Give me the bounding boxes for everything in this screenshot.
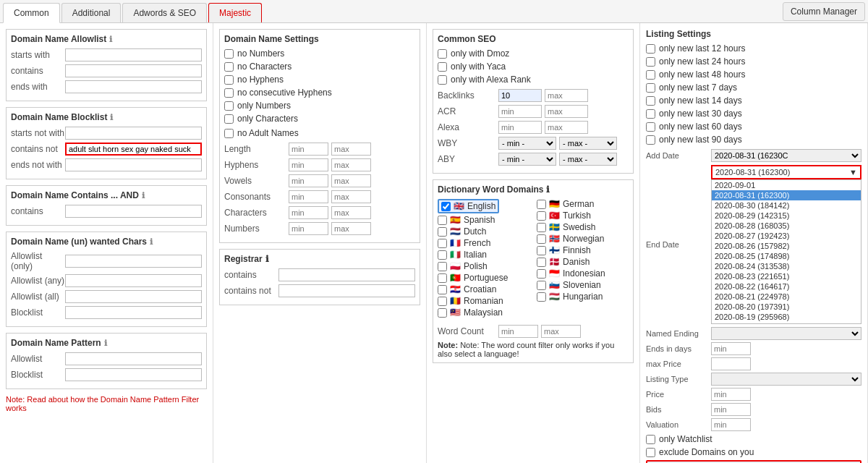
chars-min-input[interactable] [289,206,328,219]
wby-min-select[interactable]: - min - [498,137,556,150]
numbers-min-input[interactable] [289,222,328,235]
pattern-info-icon[interactable]: ℹ [104,339,107,348]
named-ending-select[interactable] [711,327,861,340]
new-7d-checkbox[interactable] [646,83,655,93]
end-date-option[interactable]: 2020-08-29 (142315) [712,211,861,221]
tab-common[interactable]: Common [3,3,60,23]
lang-swedish-checkbox[interactable] [537,223,546,232]
vowels-min-input[interactable] [289,174,328,187]
exclude-domains-checkbox[interactable] [646,448,655,457]
pattern-allowlist-input[interactable] [65,352,202,365]
no-hyphens-checkbox[interactable] [224,75,234,85]
only-watchlist-checkbox[interactable] [646,435,655,444]
new-24h-checkbox[interactable] [646,57,655,67]
lang-norwegian-checkbox[interactable] [537,234,546,244]
only-yaca-checkbox[interactable] [438,62,447,72]
lang-hungarian-checkbox[interactable] [537,292,546,302]
dictionary-info-icon[interactable]: ℹ [546,184,550,195]
new-12h-checkbox[interactable] [646,44,655,54]
max-price-input[interactable] [711,357,751,370]
lang-indonesian-checkbox[interactable] [537,269,546,279]
blocklist-info-icon[interactable]: ℹ [110,113,113,122]
backlinks-input[interactable] [498,89,542,102]
lang-spanish-checkbox[interactable] [438,216,447,225]
lang-malaysian-checkbox[interactable] [438,308,447,318]
aby-min-select[interactable]: - min - [498,153,556,166]
word-count-max-input[interactable] [541,325,581,338]
lang-croatian-checkbox[interactable] [438,285,447,294]
column-manager-button[interactable]: Column Manager [783,2,865,21]
hyphens-max-input[interactable] [331,158,371,171]
ends-not-with-input[interactable] [65,158,202,171]
lang-german-checkbox[interactable] [537,200,546,209]
only-characters-checkbox[interactable] [224,114,234,124]
new-60d-checkbox[interactable] [646,122,655,132]
unwanted-blocklist-input[interactable] [65,306,202,319]
lang-slovenian-checkbox[interactable] [537,281,546,290]
bids-input[interactable] [711,403,751,416]
registrar-contains-input[interactable] [278,268,415,281]
tab-majestic[interactable]: Majestic [208,3,262,22]
lang-english-checkbox[interactable] [441,202,451,211]
contains-input[interactable] [65,64,202,77]
valuation-input[interactable] [711,418,751,431]
end-date-option[interactable]: 2020-08-18 (193888) [712,322,861,324]
backlinks-max-input[interactable] [545,89,588,102]
tab-adwords-seo[interactable]: Adwords & SEO [122,3,207,22]
only-alexa-checkbox[interactable] [438,75,447,85]
end-date-option[interactable]: 2020-08-20 (197391) [712,302,861,312]
alexa-max-input[interactable] [545,121,588,134]
lang-turkish-checkbox[interactable] [537,211,546,221]
end-date-option[interactable]: 2020-08-23 (221651) [712,271,861,281]
end-date-option[interactable]: 2020-08-24 (313538) [712,261,861,271]
starts-with-input[interactable] [65,48,202,61]
price-input[interactable] [711,388,751,401]
no-characters-checkbox[interactable] [224,62,234,72]
end-date-selected[interactable]: 2020-08-31 (162300) ▼ [711,165,861,179]
tab-additional[interactable]: Additional [61,3,122,22]
registrar-contains-not-input[interactable] [278,284,415,297]
new-48h-checkbox[interactable] [646,70,655,80]
length-min-input[interactable] [289,143,328,156]
lang-polish-checkbox[interactable] [438,262,447,271]
no-adult-checkbox[interactable] [224,129,234,138]
no-numbers-checkbox[interactable] [224,49,234,59]
end-date-option[interactable]: 2020-08-26 (157982) [712,241,861,251]
lang-romanian-checkbox[interactable] [438,297,447,306]
hyphens-min-input[interactable] [289,158,328,171]
allowlist-only-input[interactable] [65,255,202,268]
ends-with-input[interactable] [65,80,202,93]
and-contains-input[interactable] [65,205,202,218]
contains-and-info-icon[interactable]: ℹ [142,191,145,200]
pattern-blocklist-input[interactable] [65,368,202,381]
end-date-option[interactable]: 2020-08-21 (224978) [712,292,861,302]
add-date-select[interactable]: 2020-08-31 (16230C [711,149,861,162]
lang-danish-checkbox[interactable] [537,258,546,267]
numbers-max-input[interactable] [331,222,371,235]
vowels-max-input[interactable] [331,174,371,187]
only-dmoz-checkbox[interactable] [438,49,447,59]
end-date-option[interactable]: 2020-08-30 (184142) [712,200,861,211]
chars-max-input[interactable] [331,206,371,219]
acr-min-input[interactable] [498,105,542,118]
allowlist-info-icon[interactable]: ℹ [109,35,112,44]
end-date-dropdown[interactable]: 2020-09-01 2020-08-31 (162300) 2020-08-3… [711,179,861,324]
end-date-option[interactable]: 2020-08-28 (168035) [712,221,861,231]
end-date-option[interactable]: 2020-08-22 (164617) [712,281,861,292]
new-30d-checkbox[interactable] [646,109,655,119]
word-count-min-input[interactable] [498,325,538,338]
lang-finnish-checkbox[interactable] [537,246,546,255]
lang-italian-checkbox[interactable] [438,250,447,260]
ends-in-days-input[interactable] [711,342,751,355]
lang-dutch-checkbox[interactable] [438,227,447,237]
lang-french-checkbox[interactable] [438,239,447,248]
consonants-max-input[interactable] [331,190,371,203]
end-date-option[interactable]: 2020-08-19 (295968) [712,312,861,322]
lang-portuguese-checkbox[interactable] [438,273,447,283]
end-date-option[interactable]: 2020-08-27 (192423) [712,231,861,241]
allowlist-all-input[interactable] [65,290,202,303]
length-max-input[interactable] [331,143,371,156]
listing-type-select[interactable] [711,373,861,386]
wby-max-select[interactable]: - max - [559,137,617,150]
starts-not-with-input[interactable] [65,127,202,140]
